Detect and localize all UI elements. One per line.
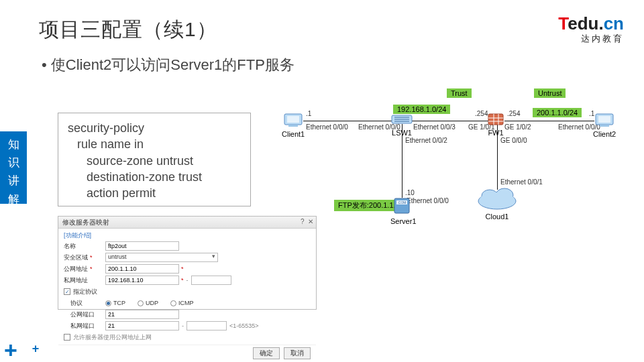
chk-spec-proto[interactable] xyxy=(64,288,70,295)
radio-tcp[interactable]: TCP xyxy=(105,300,125,306)
code-line: action permit xyxy=(68,185,241,201)
radio-icmp[interactable]: ICMP xyxy=(170,300,194,306)
dialog-title-text: 修改服务器映射 xyxy=(62,219,109,226)
logo-cn: cn xyxy=(604,13,624,34)
client2-icon: Client2 xyxy=(593,113,616,138)
input-privport2[interactable] xyxy=(186,321,227,330)
input-privaddr2[interactable] xyxy=(191,276,231,285)
sidebar-char: 知 xyxy=(0,135,27,154)
client1-icon: Client1 xyxy=(282,113,305,138)
port-fw-ge102: GE 1/0/2 xyxy=(504,123,531,131)
logo-sub: 达内教育 xyxy=(558,33,624,45)
input-pubaddr[interactable] xyxy=(105,264,179,274)
input-pubport[interactable] xyxy=(105,310,179,319)
lbl-allow-public: 允许服务器使用公网地址上网 xyxy=(73,333,152,342)
svg-rect-1 xyxy=(287,116,299,123)
cloud1-icon: Cloud1 xyxy=(475,185,519,221)
lbl-pubport: 公网端口 xyxy=(64,310,105,319)
corner-decoration: ++ xyxy=(4,343,24,358)
lbl-spec-proto: 指定协议 xyxy=(73,288,97,296)
svg-rect-7 xyxy=(488,114,503,125)
lbl-zone: 安全区域* xyxy=(64,253,105,262)
ok-button[interactable]: 确定 xyxy=(253,347,280,359)
ip-server1: .10 xyxy=(405,189,415,196)
input-privaddr[interactable] xyxy=(105,276,179,285)
lbl-privaddr: 私网地址 xyxy=(64,276,105,285)
code-line: source-zone untrust xyxy=(68,153,241,169)
svg-rect-2 xyxy=(288,125,298,127)
sidebar-char: 讲 xyxy=(0,172,27,190)
code-line: destination-zone trust xyxy=(68,169,241,185)
sidebar-char: 解 xyxy=(0,190,27,208)
svg-text:.COM: .COM xyxy=(397,200,406,204)
input-privport[interactable] xyxy=(105,321,179,330)
lbl-pubaddr: 公网地址* xyxy=(64,265,105,274)
port-range-hint: <1-65535> xyxy=(229,322,259,329)
svg-point-21 xyxy=(480,192,515,207)
code-line: rule name in xyxy=(68,136,241,152)
dialog-titlebar: 修改服务器映射 ? ✕ xyxy=(58,217,316,229)
config-code-box: security-policy rule name in source-zone… xyxy=(58,113,251,206)
port-fw-ge000: GE 0/0/0 xyxy=(500,137,527,144)
lsw1-icon: LSW1 xyxy=(390,113,413,137)
ip-fw-ge102: .254 xyxy=(507,110,520,117)
lbl-proto: 协议 xyxy=(64,299,105,308)
page-title: 项目三配置（续1） xyxy=(39,16,217,44)
ip-client1: .1 xyxy=(306,110,311,117)
brand-logo: Tedu.cn 达内教育 xyxy=(558,13,624,45)
tag-untrust: Untrust xyxy=(534,88,566,98)
cancel-button[interactable]: 取消 xyxy=(284,347,311,359)
svg-rect-13 xyxy=(598,116,610,123)
sidebar-tab: 知 识 讲 解 xyxy=(0,131,27,204)
port-lsw1-eth003: Ethernet 0/0/3 xyxy=(413,123,455,131)
server-mapping-dialog: 修改服务器映射 ? ✕ [功能介绍] 名称 安全区域* untrust 公网地址… xyxy=(58,216,317,310)
fw1-icon: FW1 xyxy=(486,113,506,137)
tag-subnet2: 200.1.1.0/24 xyxy=(533,108,582,117)
network-diagram: Trust Untrust 192.168.1.0/24 200.1.1.0/2… xyxy=(279,84,628,239)
lbl-name: 名称 xyxy=(64,242,105,251)
sidebar-char: 识 xyxy=(0,154,27,172)
svg-rect-14 xyxy=(600,125,609,127)
logo-edu: edu. xyxy=(568,13,603,34)
slide-bullet: 使Client2可以访问Server1的FTP服务 xyxy=(42,55,294,75)
port-client1: Ethernet 0/0/0 xyxy=(306,123,348,131)
input-name[interactable] xyxy=(105,241,179,251)
logo-t: T xyxy=(558,13,568,34)
chk-allow-public[interactable] xyxy=(64,334,70,341)
lbl-privport: 私网端口 xyxy=(64,322,105,330)
select-zone[interactable]: untrust xyxy=(105,253,218,262)
dialog-intro-link[interactable]: [功能介绍] xyxy=(64,231,311,240)
port-lsw1-eth002: Ethernet 0/0/2 xyxy=(405,137,447,144)
radio-udp[interactable]: UDP xyxy=(138,300,158,306)
server1-icon: .COM Server1 xyxy=(390,197,417,225)
tag-trust: Trust xyxy=(447,88,472,98)
code-line: security-policy xyxy=(68,120,241,136)
